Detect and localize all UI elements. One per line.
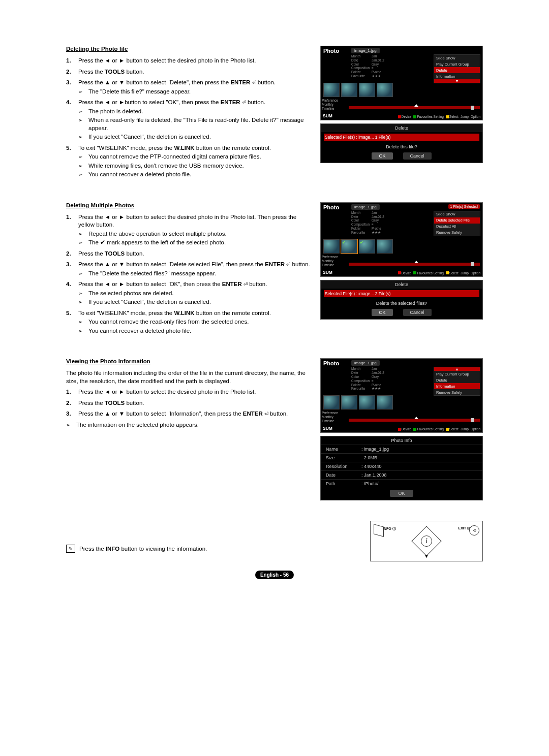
txt: Press the (78, 250, 105, 257)
legend: Device Favourites Setting Select Jump Op… (398, 115, 480, 118)
thumbnail[interactable] (323, 83, 340, 97)
info-label: Name (326, 447, 361, 452)
sub-note: When a read-only file is deleted, the "T… (78, 116, 310, 132)
menu-item[interactable]: Delete (434, 377, 480, 383)
left-arrow-icon (105, 214, 110, 220)
ok-button[interactable]: OK (372, 152, 392, 160)
tools-label: TOOLS (105, 250, 125, 257)
file-selected-badge: 1 File(s) Selected (448, 204, 480, 209)
scrollbar[interactable] (349, 263, 480, 266)
info-label: Size (326, 455, 361, 460)
check-icon: ✔ (342, 240, 346, 245)
txt: button. (125, 400, 144, 406)
context-menu: Slide Show Play Current Group Delete Inf… (434, 54, 480, 83)
thumbnail[interactable] (377, 83, 393, 97)
sub-note: You cannot recover a deleted photo file. (78, 171, 310, 179)
txt: Press the (78, 389, 105, 395)
thumbnail[interactable] (323, 395, 340, 410)
sort-item[interactable]: Timeline (322, 107, 338, 110)
delete-multi-dialog: Delete Selected File(s) : image... 2 Fil… (320, 280, 483, 320)
sort-item[interactable]: Monthly (322, 103, 338, 106)
section2-steps: Press the or button to select the desire… (66, 213, 310, 335)
menu-item[interactable]: Slide Show (434, 55, 480, 61)
ok-button[interactable]: OK (372, 309, 392, 316)
thumbnail[interactable]: ✔ (359, 239, 375, 254)
thumbnail[interactable] (359, 83, 375, 97)
menu-scroll-up[interactable]: ▲ (434, 367, 480, 371)
remote-exit-button[interactable]: ⟲ (469, 525, 479, 536)
thumbnail[interactable] (377, 395, 393, 410)
txt: button to select the desired photo in th… (125, 389, 256, 395)
up-arrow-icon (105, 79, 110, 85)
remote-info-label: INFO ⓘ (383, 526, 396, 531)
dialog-message: Delete the selected files? (321, 299, 482, 309)
menu-item-delete[interactable]: Delete (434, 67, 480, 73)
txt: button to select "OK", then press the (125, 281, 222, 287)
menu-item[interactable]: Remove Safely (434, 389, 480, 395)
ok-button[interactable]: OK (390, 490, 413, 497)
menu-item-delete-selected[interactable]: Delete selected File (434, 217, 480, 224)
txt: button to select the desired photo in th… (125, 57, 256, 64)
txt: To exit "WISELINK" mode, press the (78, 310, 174, 316)
sub-note: You cannot recover a deleted photo file. (78, 327, 310, 335)
thumbnail-row (323, 83, 393, 97)
txt: or (110, 57, 119, 64)
txt: Press the (78, 281, 105, 287)
thumbnail[interactable] (341, 395, 357, 410)
menu-item[interactable]: Play Current Group (434, 61, 480, 67)
thumbnail[interactable] (323, 239, 340, 254)
txt: or (110, 79, 119, 85)
menu-item[interactable]: Information (434, 73, 480, 79)
menu-item-information[interactable]: Information (434, 383, 480, 389)
remote-info-button[interactable] (374, 524, 384, 537)
sort-item[interactable]: Preference (322, 99, 338, 102)
sort-item[interactable]: Timeline (322, 263, 338, 267)
menu-item[interactable]: Remove Safely (434, 230, 480, 236)
sort-item[interactable]: Monthly (322, 259, 338, 263)
check-icon: ✔ (360, 240, 363, 245)
txt: Press the (78, 99, 105, 105)
info-value: : 440x440 (361, 464, 382, 469)
tv-title: Photo (323, 204, 351, 210)
cancel-button[interactable]: Cancel (403, 152, 432, 160)
sub-note: The photo is deleted. (78, 108, 310, 116)
menu-item[interactable]: Play Current Group (434, 371, 480, 377)
thumbnail[interactable] (377, 239, 393, 254)
sum-label: SUM (323, 426, 332, 431)
context-menu: Slide Show Delete selected File Deselect… (434, 211, 480, 236)
enter-icon (242, 99, 246, 105)
thumbnail[interactable]: ✔ (341, 239, 357, 254)
txt: button. (268, 411, 288, 417)
enter-label: ENTER (222, 281, 242, 287)
cancel-button[interactable]: Cancel (403, 309, 432, 316)
dialog-title: Delete (321, 124, 482, 132)
right-arrow-icon (119, 389, 125, 395)
thumbnail[interactable] (359, 395, 375, 410)
txt: button. (125, 250, 144, 257)
menu-item[interactable]: Deselect All (434, 224, 480, 230)
txt: or (110, 261, 119, 267)
dialog-message: Delete this file? (321, 142, 482, 152)
tv-meta: MonthJan DateJan.01.2 ColorGray Composit… (351, 367, 384, 391)
remote-down-arrow: ▼ (424, 553, 429, 559)
info-value: : Jan.1,2008 (361, 472, 387, 478)
menu-scroll-down[interactable]: ▼ (434, 79, 480, 83)
sort-item[interactable]: Preference (322, 255, 338, 259)
sort-item[interactable]: Timeline (322, 419, 338, 423)
sub-note: The mark appears to the left of the sele… (78, 239, 310, 247)
sort-item[interactable]: Preference (322, 411, 338, 415)
txt: Press the (78, 261, 105, 267)
txt: or (110, 214, 119, 220)
txt: button. (246, 99, 265, 105)
menu-item[interactable]: Slide Show (434, 211, 480, 217)
tv-title: Photo (323, 48, 351, 54)
remote-center-button[interactable]: i (421, 536, 432, 547)
info-note: Press the INFO button to viewing the inf… (79, 546, 207, 552)
sub-note: The "Delete this file?" message appear. (78, 88, 310, 96)
txt: button to select "Delete", then press th… (125, 79, 230, 85)
sort-item[interactable]: Monthly (322, 415, 338, 419)
thumbnail[interactable] (341, 83, 357, 97)
txt: Press the (78, 411, 105, 417)
scrollbar[interactable] (349, 419, 480, 422)
scrollbar[interactable] (349, 106, 480, 109)
